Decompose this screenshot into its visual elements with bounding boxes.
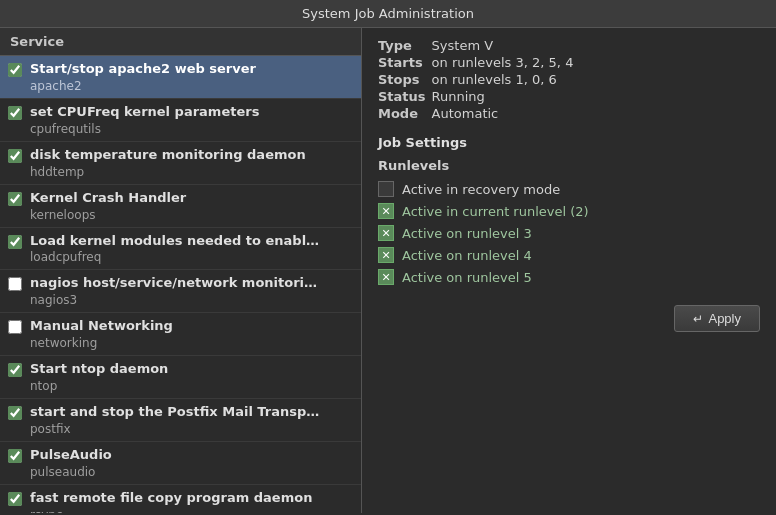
service-name: Manual Networking bbox=[30, 318, 353, 335]
runlevel-checkbox[interactable]: ✕ bbox=[378, 225, 394, 241]
service-checkbox[interactable] bbox=[8, 449, 22, 463]
service-text: Start/stop apache2 web serverapache2 bbox=[30, 61, 353, 93]
right-panel: Type System V Starts on runlevels 3, 2, … bbox=[362, 28, 776, 513]
service-checkbox-cell bbox=[8, 192, 22, 209]
service-name: disk temperature monitoring daemon bbox=[30, 147, 353, 164]
service-text: set CPUFreq kernel parameterscpufrequtil… bbox=[30, 104, 353, 136]
service-subname: postfix bbox=[30, 422, 353, 436]
service-checkbox[interactable] bbox=[8, 320, 22, 334]
runlevel-item: ✕Active in current runlevel (2) bbox=[378, 203, 760, 219]
service-subname: apache2 bbox=[30, 79, 353, 93]
service-subname: nagios3 bbox=[30, 293, 353, 307]
service-text: PulseAudiopulseaudio bbox=[30, 447, 353, 479]
window-title: System Job Administration bbox=[302, 6, 474, 21]
starts-label: Starts bbox=[378, 55, 426, 70]
service-item[interactable]: PulseAudiopulseaudio bbox=[0, 442, 361, 485]
service-name: set CPUFreq kernel parameters bbox=[30, 104, 353, 121]
stops-value: on runlevels 1, 0, 6 bbox=[432, 72, 760, 87]
service-checkbox[interactable] bbox=[8, 492, 22, 506]
stops-label: Stops bbox=[378, 72, 426, 87]
service-name: Start ntop daemon bbox=[30, 361, 353, 378]
service-list: Start/stop apache2 web serverapache2set … bbox=[0, 56, 361, 513]
service-item[interactable]: disk temperature monitoring daemonhddtem… bbox=[0, 142, 361, 185]
apply-button-row: ↵ Apply bbox=[378, 305, 760, 332]
service-subname: ntop bbox=[30, 379, 353, 393]
service-subname: cpufrequtils bbox=[30, 122, 353, 136]
service-name: Start/stop apache2 web server bbox=[30, 61, 353, 78]
service-text: disk temperature monitoring daemonhddtem… bbox=[30, 147, 353, 179]
service-checkbox[interactable] bbox=[8, 363, 22, 377]
status-value: Running bbox=[432, 89, 760, 104]
runlevel-label: Active in recovery mode bbox=[402, 182, 560, 197]
service-item[interactable]: Manual Networkingnetworking bbox=[0, 313, 361, 356]
service-name: PulseAudio bbox=[30, 447, 353, 464]
service-item[interactable]: Start/stop apache2 web serverapache2 bbox=[0, 56, 361, 99]
service-column-header: Service bbox=[0, 28, 361, 56]
service-text: fast remote file copy program daemonrsyn… bbox=[30, 490, 353, 513]
service-name: Kernel Crash Handler bbox=[30, 190, 353, 207]
service-checkbox-cell bbox=[8, 406, 22, 423]
service-text: start and stop the Postfix Mail Transpor… bbox=[30, 404, 353, 436]
runlevel-label: Active on runlevel 5 bbox=[402, 270, 532, 285]
mode-value: Automatic bbox=[432, 106, 760, 121]
main-container: Service Start/stop apache2 web serverapa… bbox=[0, 28, 776, 513]
service-text: nagios host/service/network monitoring a… bbox=[30, 275, 353, 307]
service-checkbox-cell bbox=[8, 449, 22, 466]
service-info-grid: Type System V Starts on runlevels 3, 2, … bbox=[378, 38, 760, 121]
runlevel-checkbox[interactable] bbox=[378, 181, 394, 197]
service-checkbox[interactable] bbox=[8, 106, 22, 120]
runlevel-checkbox[interactable]: ✕ bbox=[378, 203, 394, 219]
runlevel-label: Active on runlevel 4 bbox=[402, 248, 532, 263]
type-value: System V bbox=[432, 38, 760, 53]
service-text: Load kernel modules needed to enable cpu… bbox=[30, 233, 353, 265]
service-checkbox-cell bbox=[8, 149, 22, 166]
service-checkbox-cell bbox=[8, 320, 22, 337]
service-subname: loadcpufreq bbox=[30, 250, 353, 264]
runlevels-title: Runlevels bbox=[378, 158, 760, 173]
starts-value: on runlevels 3, 2, 5, 4 bbox=[432, 55, 760, 70]
service-checkbox-cell bbox=[8, 63, 22, 80]
service-text: Manual Networkingnetworking bbox=[30, 318, 353, 350]
service-subname: pulseaudio bbox=[30, 465, 353, 479]
runlevel-checkbox[interactable]: ✕ bbox=[378, 269, 394, 285]
service-checkbox-cell bbox=[8, 363, 22, 380]
service-item[interactable]: start and stop the Postfix Mail Transpor… bbox=[0, 399, 361, 442]
service-item[interactable]: Kernel Crash Handlerkerneloops bbox=[0, 185, 361, 228]
service-name: Load kernel modules needed to enable cpu… bbox=[30, 233, 320, 250]
service-checkbox[interactable] bbox=[8, 63, 22, 77]
mode-label: Mode bbox=[378, 106, 426, 121]
service-checkbox[interactable] bbox=[8, 192, 22, 206]
runlevel-item: ✕Active on runlevel 3 bbox=[378, 225, 760, 241]
service-checkbox[interactable] bbox=[8, 235, 22, 249]
service-checkbox-cell bbox=[8, 106, 22, 123]
service-item[interactable]: Load kernel modules needed to enable cpu… bbox=[0, 228, 361, 271]
service-checkbox-cell bbox=[8, 492, 22, 509]
service-name: nagios host/service/network monitoring a… bbox=[30, 275, 320, 292]
service-checkbox[interactable] bbox=[8, 149, 22, 163]
service-subname: kerneloops bbox=[30, 208, 353, 222]
status-label: Status bbox=[378, 89, 426, 104]
runlevels-list: Active in recovery mode✕Active in curren… bbox=[378, 181, 760, 285]
service-name: fast remote file copy program daemon bbox=[30, 490, 353, 507]
service-checkbox[interactable] bbox=[8, 277, 22, 291]
service-text: Start ntop daemonntop bbox=[30, 361, 353, 393]
service-item[interactable]: nagios host/service/network monitoring a… bbox=[0, 270, 361, 313]
service-subname: hddtemp bbox=[30, 165, 353, 179]
service-checkbox-cell bbox=[8, 277, 22, 294]
service-name: start and stop the Postfix Mail Transpor… bbox=[30, 404, 320, 421]
runlevel-label: Active on runlevel 3 bbox=[402, 226, 532, 241]
runlevel-item: ✕Active on runlevel 4 bbox=[378, 247, 760, 263]
service-item[interactable]: set CPUFreq kernel parameterscpufrequtil… bbox=[0, 99, 361, 142]
left-panel: Service Start/stop apache2 web serverapa… bbox=[0, 28, 362, 513]
service-item[interactable]: fast remote file copy program daemonrsyn… bbox=[0, 485, 361, 513]
service-text: Kernel Crash Handlerkerneloops bbox=[30, 190, 353, 222]
service-subname: networking bbox=[30, 336, 353, 350]
apply-icon: ↵ bbox=[693, 312, 703, 326]
title-bar: System Job Administration bbox=[0, 0, 776, 28]
apply-label: Apply bbox=[708, 311, 741, 326]
service-checkbox[interactable] bbox=[8, 406, 22, 420]
apply-button[interactable]: ↵ Apply bbox=[674, 305, 760, 332]
runlevel-checkbox[interactable]: ✕ bbox=[378, 247, 394, 263]
service-subname: rsync bbox=[30, 508, 353, 513]
service-item[interactable]: Start ntop daemonntop bbox=[0, 356, 361, 399]
